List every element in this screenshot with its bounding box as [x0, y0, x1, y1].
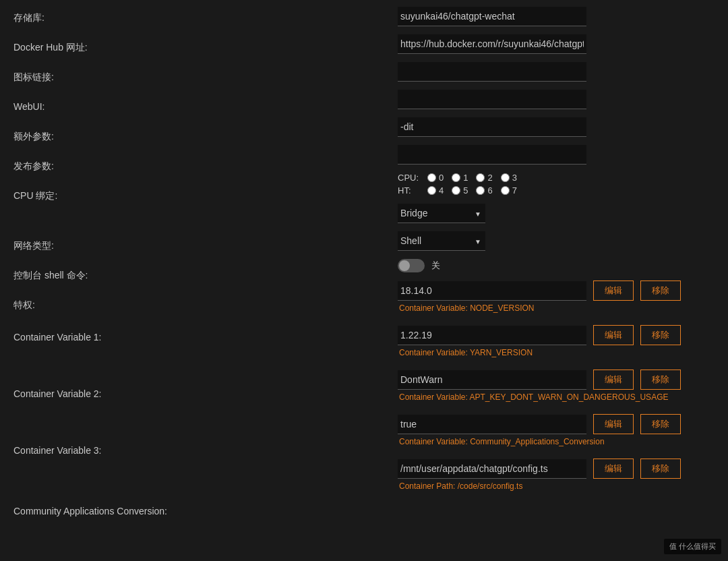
- extra-params-row: 额外参数:: [13, 125, 377, 150]
- var1-block: 编辑 移除 Container Variable: NODE_VERSION: [398, 280, 715, 313]
- var2-label: Container Variable 2:: [13, 383, 101, 399]
- community-input[interactable]: [398, 415, 586, 434]
- console-shell-row: 控制台 shell 命令:: [13, 264, 377, 289]
- var3-remove-button[interactable]: 移除: [640, 370, 681, 390]
- cpu-radio-0[interactable]: 0: [427, 173, 444, 183]
- cpu-radio-1[interactable]: 1: [452, 173, 468, 183]
- cpu-section: CPU: 0 1 2: [398, 173, 715, 196]
- ht-radio-4[interactable]: 4: [427, 185, 444, 196]
- cpu-radio-3[interactable]: 3: [501, 173, 517, 183]
- var1-label: Container Variable 1:: [13, 326, 101, 343]
- var2-block: 编辑 移除 Container Variable: YARN_VERSION: [398, 325, 715, 357]
- config-path-block: 编辑 移除 Container Path: /code/src/config.t…: [398, 459, 715, 491]
- community-block: 编辑 移除 Container Variable: Community_Appl…: [398, 414, 715, 446]
- privilege-toggle[interactable]: [398, 259, 425, 272]
- ht-radio-7[interactable]: 7: [501, 185, 517, 196]
- shell-select-wrapper[interactable]: Shell bash sh zsh: [398, 231, 485, 251]
- config-path-remove-button[interactable]: 移除: [640, 459, 681, 479]
- cpu-bind-row: CPU 绑定:: [13, 185, 377, 209]
- var1-hint: Container Variable: NODE_VERSION: [398, 303, 715, 313]
- community-row: Community Applications Conversion:: [13, 500, 377, 525]
- ht-radio-6[interactable]: 6: [476, 185, 492, 196]
- console-shell-label: 控制台 shell 命令:: [13, 264, 88, 282]
- webui-input[interactable]: [398, 90, 586, 109]
- webui-label: WebUI:: [13, 96, 44, 112]
- left-column: 存储库: Docker Hub 网址: 图标链接: WebUI: 额外参数: 发…: [0, 7, 391, 561]
- var3-block: 编辑 移除 Container Variable: APT_KEY_DONT_W…: [398, 370, 715, 402]
- var1-input[interactable]: [398, 281, 586, 301]
- var2-input-row: 编辑 移除: [398, 325, 715, 345]
- docker-hub-label: Docker Hub 网址:: [13, 36, 88, 54]
- config-path-input-row: 编辑 移除: [398, 459, 715, 479]
- privilege-row: 特权:: [13, 294, 377, 318]
- var3-label: Container Variable 3:: [13, 440, 101, 456]
- toggle-label: 关: [431, 260, 440, 272]
- network-select-wrapper[interactable]: Bridge Host None Custom: [398, 204, 485, 223]
- extra-params-input[interactable]: [398, 117, 586, 137]
- var3-input[interactable]: [398, 370, 586, 390]
- network-type-row: 网络类型:: [13, 235, 377, 259]
- ht-label: HT:: [398, 185, 418, 196]
- network-section: Bridge Host None Custom: [398, 204, 715, 223]
- publish-params-input[interactable]: [398, 145, 586, 165]
- icon-row: 图标链接:: [13, 66, 377, 90]
- var1-edit-button[interactable]: 编辑: [593, 280, 634, 301]
- var3-edit-button[interactable]: 编辑: [593, 370, 634, 390]
- cpu-bind-label: CPU 绑定:: [13, 185, 57, 202]
- shell-section: Shell bash sh zsh: [398, 231, 715, 251]
- storage-input[interactable]: [398, 7, 586, 26]
- webui-row: WebUI:: [13, 96, 377, 120]
- docker-hub-input[interactable]: [398, 34, 586, 54]
- config-path-edit-button[interactable]: 编辑: [593, 459, 634, 479]
- cpu-row1: CPU: 0 1 2: [398, 173, 715, 183]
- privilege-section: 关: [398, 259, 715, 272]
- community-input-row: 编辑 移除: [398, 414, 715, 434]
- var1-remove-button[interactable]: 移除: [640, 280, 681, 301]
- var1-input-row: 编辑 移除: [398, 280, 715, 301]
- var2-row: Container Variable 2:: [13, 383, 377, 407]
- docker-hub-row: Docker Hub 网址:: [13, 36, 377, 61]
- cpu-row2: HT: 4 5 6: [398, 185, 715, 196]
- icon-label: 图标链接:: [13, 66, 54, 84]
- privilege-label: 特权:: [13, 294, 35, 312]
- icon-section: [398, 62, 715, 82]
- var2-input[interactable]: [398, 326, 586, 345]
- ht-radio-group: 4 5 6 7: [427, 185, 517, 196]
- storage-section: [398, 7, 715, 26]
- shell-select[interactable]: Shell bash sh zsh: [398, 231, 485, 251]
- cpu-grid: CPU: 0 1 2: [398, 173, 715, 196]
- config-path-hint: Container Path: /code/src/config.ts: [398, 481, 715, 491]
- var2-remove-button[interactable]: 移除: [640, 325, 681, 345]
- storage-label: 存储库:: [13, 7, 44, 24]
- extra-params-label: 额外参数:: [13, 125, 54, 143]
- toggle-row: 关: [398, 259, 715, 272]
- publish-params-label: 发布参数:: [13, 155, 54, 173]
- community-edit-button[interactable]: 编辑: [593, 414, 634, 434]
- community-remove-button[interactable]: 移除: [640, 414, 681, 434]
- network-type-label: 网络类型:: [13, 235, 54, 252]
- webui-section: [398, 90, 715, 109]
- cpu-radio-2[interactable]: 2: [476, 173, 492, 183]
- publish-params-row: 发布参数:: [13, 155, 377, 179]
- docker-hub-section: [398, 34, 715, 54]
- community-label: Community Applications Conversion:: [13, 500, 167, 516]
- var1-row: Container Variable 1:: [13, 326, 377, 351]
- watermark: 值 什么值得买: [664, 539, 721, 554]
- config-path-input[interactable]: [398, 459, 586, 479]
- icon-input[interactable]: [398, 62, 586, 82]
- var2-hint: Container Variable: YARN_VERSION: [398, 348, 715, 357]
- network-select[interactable]: Bridge Host None Custom: [398, 204, 485, 223]
- var3-hint: Container Variable: APT_KEY_DONT_WARN_ON…: [398, 392, 715, 402]
- storage-row: 存储库:: [13, 7, 377, 31]
- var3-input-row: 编辑 移除: [398, 370, 715, 390]
- var2-edit-button[interactable]: 编辑: [593, 325, 634, 345]
- cpu-radio-group: 0 1 2 3: [427, 173, 517, 183]
- ht-radio-5[interactable]: 5: [452, 185, 468, 196]
- var3-row: Container Variable 3:: [13, 440, 377, 464]
- right-column: CPU: 0 1 2: [391, 7, 728, 561]
- publish-params-section: [398, 145, 715, 165]
- cpu-label: CPU:: [398, 173, 418, 183]
- extra-params-section: [398, 117, 715, 137]
- community-hint: Container Variable: Community_Applicatio…: [398, 437, 715, 446]
